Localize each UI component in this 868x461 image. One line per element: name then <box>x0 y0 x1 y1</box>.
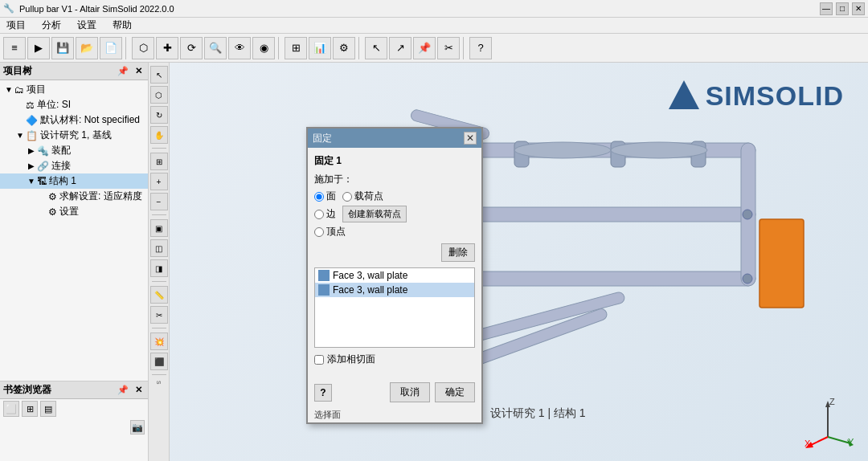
side-btn-rotate[interactable]: ↻ <box>150 106 168 124</box>
settings-tree-icon: ⚙ <box>48 206 57 218</box>
side-btn-view-top[interactable]: ◫ <box>150 239 168 257</box>
radio-group: 面 载荷点 边 创建新载荷点 <box>314 190 475 239</box>
radio-edge[interactable]: 边 <box>314 206 336 222</box>
side-btn-zoom-out[interactable]: − <box>150 193 168 210</box>
tag-camera-icon[interactable]: 📷 <box>130 420 145 434</box>
toolbar-btn-rotate[interactable]: ⟳ <box>180 37 203 59</box>
tag-close-icon[interactable]: ✕ <box>132 385 145 395</box>
menu-project[interactable]: 项目 <box>3 18 29 33</box>
toolbar-btn-view[interactable]: 👁 <box>228 37 251 59</box>
radio-edge-input[interactable] <box>314 210 324 219</box>
title-bar: 🔧 Pullup bar V1 - Altair SimSolid 2022.0… <box>0 0 868 18</box>
toolbar-btn-chart[interactable]: 📊 <box>309 37 331 59</box>
tree-close-icon[interactable]: ✕ <box>132 66 145 76</box>
tree-item-assembly[interactable]: ▶ 🔩 装配 <box>0 143 148 158</box>
left-panel: 项目树 📌 ✕ ▼ 🗂 项目 ⚖ 单位: SI <box>0 63 149 461</box>
svg-point-13 <box>514 142 611 158</box>
side-btn-select[interactable]: ⬡ <box>150 86 168 104</box>
menu-help[interactable]: 帮助 <box>109 18 135 33</box>
tree-item-settings[interactable]: ⚙ 设置 <box>0 204 148 219</box>
minimize-button[interactable]: — <box>820 2 833 15</box>
side-btn-view-right[interactable]: ◨ <box>150 259 168 277</box>
toolbar-btn-arrow[interactable]: ↖ <box>365 37 387 59</box>
tag-browser-title: 书签浏览器 <box>3 383 51 397</box>
toolbar-btn-gear[interactable]: ⚙ <box>333 37 355 59</box>
toolbar-btn-4[interactable]: 📂 <box>76 37 98 59</box>
side-btn-zoom-fit[interactable]: ⊞ <box>150 153 168 170</box>
toolbar-btn-pin[interactable]: 📌 <box>413 37 436 59</box>
dialog-body: 固定 1 施加于： 面 载荷点 <box>308 148 481 379</box>
tree-item-study[interactable]: ▼ 📋 设计研究 1, 基线 <box>0 128 148 143</box>
svg-line-25 <box>828 437 850 443</box>
radio-face-input[interactable] <box>314 192 324 202</box>
svg-rect-3 <box>466 271 755 286</box>
toolbar-btn-cut[interactable]: ✂ <box>437 37 460 59</box>
face-item-2[interactable]: Face 3, wall plate <box>315 283 474 297</box>
dialog-section-title: 固定 1 <box>314 154 475 168</box>
tag-btn-2[interactable]: ⊞ <box>22 401 38 417</box>
toolbar-btn-edit[interactable]: ✚ <box>156 37 178 59</box>
toolbar-btn-2[interactable]: ▶ <box>27 37 50 59</box>
tag-pin-icon[interactable]: 📌 <box>117 385 129 395</box>
side-btn-measure[interactable]: 📏 <box>150 286 168 304</box>
tag-btn-3[interactable]: ▤ <box>40 401 56 417</box>
side-btn-view-front[interactable]: ▣ <box>150 219 168 237</box>
tree-item-project[interactable]: ▼ 🗂 项目 <box>0 82 148 97</box>
ok-button[interactable]: 确定 <box>435 382 475 402</box>
side-btn-pointer[interactable]: ↖ <box>150 66 168 84</box>
dialog-title-bar: 固定 ✕ <box>308 129 481 148</box>
side-btn-pan[interactable]: ✋ <box>150 126 168 144</box>
tree-item-material[interactable]: 🔷 默认材料: Not specified <box>0 112 148 128</box>
tree-item-unit[interactable]: ⚖ 单位: SI <box>0 97 148 112</box>
selection-hint: 选择面 <box>308 407 481 422</box>
z-axis-label: Z <box>829 397 835 406</box>
menu-settings[interactable]: 设置 <box>74 18 100 33</box>
side-btn-zoom-in[interactable]: + <box>150 173 168 190</box>
tree-item-solver[interactable]: ⚙ 求解设置: 适应精度 <box>0 189 148 204</box>
tree-item-structure[interactable]: ▼ 🏗 结构 1 <box>0 173 148 189</box>
face-item-1[interactable]: Face 3, wall plate <box>315 268 474 283</box>
tree-toggle-structure[interactable]: ▼ <box>26 177 37 186</box>
tag-toolbar: ⬜ ⊞ ▤ <box>0 399 148 418</box>
toolbar-btn-5[interactable]: 📄 <box>100 37 122 59</box>
toolbar-btn-circle[interactable]: ◉ <box>252 37 275 59</box>
menu-analysis[interactable]: 分析 <box>39 18 64 33</box>
tree-toggle-assembly[interactable]: ▶ <box>26 146 37 155</box>
side-btn-clip[interactable]: ✂ <box>150 306 168 324</box>
tree-toggle-study[interactable]: ▼ <box>14 131 26 140</box>
toolbar-btn-mesh[interactable]: ⊞ <box>285 37 307 59</box>
add-tangent-faces-checkbox[interactable] <box>314 355 324 365</box>
tree-toggle-unit <box>14 100 26 109</box>
help-button[interactable]: ? <box>314 384 332 402</box>
close-button[interactable]: ✕ <box>852 2 865 15</box>
radio-node-input[interactable] <box>342 192 352 202</box>
toolbar-btn-help[interactable]: ? <box>469 37 492 59</box>
tag-btn-1[interactable]: ⬜ <box>3 401 19 417</box>
cancel-button[interactable]: 取消 <box>390 382 430 402</box>
toolbar-btn-select[interactable]: ⬡ <box>132 37 154 59</box>
tree-pin-icon[interactable]: 📌 <box>117 66 129 76</box>
toolbar-btn-arrow2[interactable]: ↗ <box>389 37 411 59</box>
viewport[interactable]: SIMSOLID <box>170 63 868 461</box>
tree-toggle-project[interactable]: ▼ <box>3 85 14 94</box>
radio-node[interactable]: 载荷点 <box>342 190 383 203</box>
create-node-button[interactable]: 创建新载荷点 <box>342 206 407 222</box>
side-btn-explode[interactable]: 💥 <box>150 332 168 350</box>
side-btn-section[interactable]: ⬛ <box>150 353 168 370</box>
maximize-button[interactable]: □ <box>836 2 849 15</box>
tree-toggle-settings <box>37 207 48 216</box>
tree-toggle-connections[interactable]: ▶ <box>26 161 37 170</box>
toolbar-btn-3[interactable]: 💾 <box>51 37 74 59</box>
dialog-close-button[interactable]: ✕ <box>464 132 477 145</box>
fixed-dialog[interactable]: 固定 ✕ 固定 1 施加于： 面 <box>306 127 483 424</box>
radio-vertex-input[interactable] <box>314 227 324 237</box>
side-separator-2 <box>152 214 166 215</box>
tree-item-connections[interactable]: ▶ 🔗 连接 <box>0 158 148 173</box>
assembly-icon: 🔩 <box>37 145 49 157</box>
toolbar-btn-1[interactable]: ≡ <box>3 37 26 59</box>
face-list[interactable]: Face 3, wall plate Face 3, wall plate <box>314 267 475 348</box>
delete-button[interactable]: 删除 <box>441 243 475 262</box>
radio-face[interactable]: 面 <box>314 190 336 203</box>
radio-vertex[interactable]: 顶点 <box>314 225 346 239</box>
toolbar-btn-zoom[interactable]: 🔍 <box>204 37 227 59</box>
